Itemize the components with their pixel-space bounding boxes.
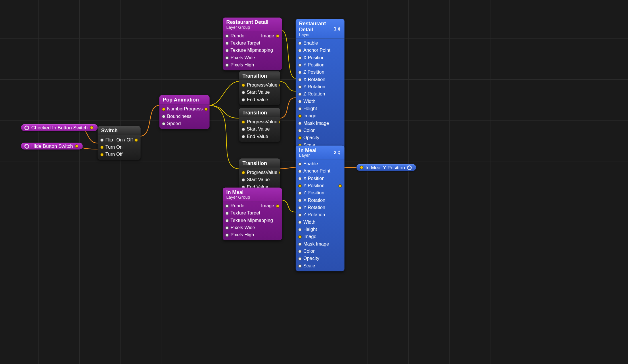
node-pop-animation[interactable]: Pop Animation Number Progress Bounciness… (159, 95, 209, 129)
input-port[interactable] (298, 136, 302, 139)
input-port[interactable] (298, 206, 302, 209)
input-port[interactable] (298, 129, 302, 132)
input-port[interactable] (225, 233, 229, 237)
input-port[interactable] (100, 138, 104, 142)
input-port[interactable] (225, 219, 229, 222)
node-rd-layer-group[interactable]: Restaurant Detail Layer Group Render Ima… (223, 18, 282, 70)
input-port[interactable] (100, 145, 104, 149)
node-header[interactable]: Restaurant Detail Layer Group (223, 18, 282, 31)
output-port[interactable] (135, 138, 138, 142)
input-port[interactable] (225, 41, 229, 45)
input-port[interactable] (298, 242, 302, 246)
input-port[interactable] (298, 162, 302, 166)
node-subtitle: Layer Group (226, 25, 279, 29)
input-port[interactable] (298, 70, 302, 74)
node-transition-2[interactable]: Transition Progress Value Start Value En… (239, 108, 280, 142)
output-port[interactable] (204, 107, 208, 111)
port-label: Image (303, 113, 317, 119)
input-port[interactable] (100, 153, 104, 156)
input-port[interactable] (162, 115, 165, 118)
node-header[interactable]: In Meal Layer 2▲▼ (296, 146, 344, 160)
port-label: Pixels Wide (231, 54, 255, 61)
input-port[interactable] (298, 191, 302, 195)
pill-label: Hide Button Switch (31, 143, 73, 149)
input-port[interactable] (298, 99, 302, 103)
input-port[interactable] (242, 178, 245, 181)
input-port[interactable] (298, 49, 302, 52)
output-port[interactable] (75, 144, 78, 148)
input-port[interactable] (242, 135, 245, 138)
input-port[interactable] (298, 56, 302, 59)
layer-order-stepper[interactable]: 2▲▼ (334, 150, 341, 155)
input-port[interactable] (225, 49, 229, 52)
node-switch[interactable]: Switch Flip On / Off Turn On Turn Off (98, 126, 141, 160)
node-subtitle: Layer (299, 153, 317, 158)
input-port[interactable] (298, 114, 302, 118)
input-port[interactable] (298, 92, 302, 96)
input-port[interactable] (298, 85, 302, 89)
input-port[interactable] (242, 98, 245, 101)
input-port[interactable] (298, 199, 302, 202)
output-port[interactable] (338, 184, 342, 187)
node-im-layer-group[interactable]: In Meal Layer Group Render Image Texture… (223, 188, 282, 240)
input-port[interactable] (225, 63, 229, 67)
port-label: Number (167, 106, 184, 112)
input-port[interactable] (298, 41, 302, 45)
input-port[interactable] (225, 204, 229, 208)
input-port[interactable] (225, 211, 229, 215)
port-label: Width (303, 219, 315, 225)
node-transition-3[interactable]: Transition Progress Value Start Value En… (239, 158, 280, 192)
input-port[interactable] (225, 226, 229, 229)
output-port[interactable] (279, 171, 280, 174)
input-port[interactable] (242, 171, 245, 174)
input-port[interactable] (225, 56, 229, 59)
node-header[interactable]: Pop Animation (159, 95, 209, 105)
input-port[interactable] (242, 83, 245, 87)
output-port[interactable] (90, 126, 93, 129)
input-port[interactable] (298, 235, 302, 238)
port-label: Y Rotation (303, 84, 325, 90)
input-port[interactable] (298, 184, 302, 187)
input-port[interactable] (298, 250, 302, 253)
input-port[interactable] (298, 221, 302, 224)
layer-order-stepper[interactable]: 1▲▼ (334, 26, 341, 31)
input-port[interactable] (298, 169, 302, 173)
output-port[interactable] (279, 83, 280, 87)
node-rd-layer[interactable]: Restaurant Detail Layer 1▲▼ Enable Ancho… (296, 19, 344, 150)
input-port[interactable] (298, 121, 302, 125)
node-header[interactable]: Transition (239, 71, 280, 81)
input-port[interactable] (298, 78, 302, 81)
output-in-meal-y-position[interactable]: In Meal Y Position (357, 164, 416, 171)
port-label: Value (266, 119, 277, 125)
node-canvas[interactable]: Checked In Button Switch Hide Button Swi… (0, 0, 628, 364)
input-port[interactable] (298, 213, 302, 217)
output-port[interactable] (279, 120, 280, 124)
output-port[interactable] (276, 204, 279, 208)
node-header[interactable]: Transition (239, 108, 280, 117)
output-port[interactable] (276, 34, 279, 37)
node-im-layer[interactable]: In Meal Layer 2▲▼ Enable Anchor Point X … (296, 146, 344, 271)
input-port[interactable] (298, 257, 302, 260)
input-hide-switch[interactable]: Hide Button Switch (21, 143, 83, 150)
broadcast-icon (24, 125, 29, 130)
node-header[interactable]: In Meal Layer Group (223, 188, 282, 202)
node-header[interactable]: Restaurant Detail Layer 1▲▼ (296, 19, 344, 39)
input-port[interactable] (242, 120, 245, 124)
input-port[interactable] (242, 127, 245, 131)
input-port[interactable] (242, 91, 245, 94)
input-port[interactable] (298, 63, 302, 67)
input-port[interactable] (162, 107, 165, 111)
input-port[interactable] (298, 177, 302, 180)
node-header[interactable]: Switch (98, 126, 141, 135)
input-port[interactable] (225, 34, 229, 37)
input-port[interactable] (298, 264, 302, 268)
input-port[interactable] (298, 228, 302, 231)
node-transition-1[interactable]: Transition Progress Value Start Value En… (239, 71, 280, 105)
input-port[interactable] (360, 166, 363, 169)
input-port[interactable] (162, 122, 165, 125)
port-label: Y Position (303, 183, 324, 189)
node-header[interactable]: Transition (239, 158, 280, 168)
port-label: Start Value (247, 177, 270, 183)
input-checked-in-switch[interactable]: Checked In Button Switch (21, 124, 97, 131)
input-port[interactable] (298, 107, 302, 110)
